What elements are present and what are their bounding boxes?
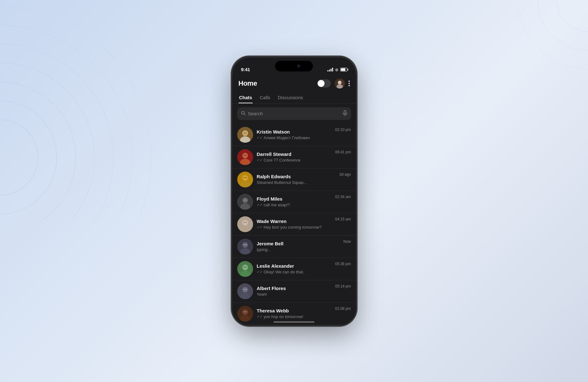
avatar-image: [237, 127, 253, 143]
chat-time: 3d ago: [339, 172, 351, 177]
svg-rect-14: [344, 111, 346, 114]
more-options-button[interactable]: [349, 81, 350, 86]
avatar-image: [237, 261, 253, 277]
chat-preview: ✓✓ call me asap!?: [257, 202, 331, 207]
chat-info: Albert Flores Yeah!: [257, 286, 331, 297]
svg-point-30: [245, 177, 246, 178]
svg-point-1: [0, 101, 57, 214]
svg-point-49: [244, 266, 245, 267]
chat-item[interactable]: Marvin McKinney Sir! I really apologise …: [232, 325, 356, 325]
status-icons: ⊛: [327, 67, 347, 72]
chat-info: Darrell Steward ✓✓ Core 77 Conference: [257, 151, 331, 162]
svg-point-44: [244, 244, 245, 245]
svg-point-10: [338, 81, 342, 84]
svg-point-55: [245, 289, 246, 290]
home-indicator: [274, 321, 314, 323]
read-checkmark: ✓✓: [257, 203, 262, 207]
phone-frame: 9:41 ⊛ Home: [232, 57, 356, 325]
read-checkmark: ✓✓: [257, 225, 262, 229]
svg-point-19: [243, 131, 248, 136]
chat-item[interactable]: Jerome Bell typing... Now: [232, 236, 356, 258]
chat-info: Jerome Bell typing...: [257, 241, 340, 252]
chat-time: 05:36 pm: [335, 262, 351, 266]
svg-point-23: [242, 153, 248, 158]
svg-point-33: [242, 197, 248, 203]
avatar: [237, 127, 253, 143]
search-input[interactable]: Search: [248, 111, 340, 116]
svg-point-50: [245, 266, 246, 267]
chat-item[interactable]: Leslie Alexander ✓✓ Okay! We can do that…: [232, 258, 356, 280]
chat-time: Now: [343, 239, 351, 244]
wifi-icon: ⊛: [335, 67, 338, 72]
avatar: [237, 216, 253, 232]
chat-item[interactable]: Darrell Steward ✓✓ Core 77 Conference 06…: [232, 146, 356, 168]
svg-point-6: [0, 6, 151, 220]
background-arcs-right: [493, 0, 588, 126]
svg-point-25: [245, 155, 246, 156]
chat-name: Wade Warren: [257, 219, 331, 224]
app-content: Home Chat: [232, 75, 356, 325]
avatar: [237, 306, 253, 322]
chat-item[interactable]: Albert Flores Yeah! 05:14 pm: [232, 280, 356, 303]
svg-point-60: [245, 311, 246, 312]
read-checkmark: ✓✓: [257, 270, 262, 274]
svg-point-24: [244, 155, 245, 156]
chat-time: 01:08 pm: [335, 306, 351, 311]
status-time: 9:41: [241, 67, 250, 72]
avatar: [237, 172, 253, 187]
avatar: [237, 283, 253, 299]
search-icon: [241, 111, 245, 116]
svg-point-53: [242, 287, 248, 293]
chat-preview: ✓✓ Core 77 Conference: [257, 158, 331, 162]
svg-point-20: [244, 132, 245, 133]
chat-name: Floyd Miles: [257, 196, 331, 202]
chat-item[interactable]: Floyd Miles ✓✓ call me asap!? 02:34 am: [232, 191, 356, 213]
camera-dot: [297, 65, 300, 68]
chat-item[interactable]: Ralph Edwards Steamed Butternut Squas...…: [232, 168, 356, 191]
chat-list: Kristin Watson ✓✓ Алиев Модест Глебович …: [232, 124, 356, 325]
svg-point-29: [244, 177, 245, 178]
chat-preview: typing...: [257, 247, 340, 252]
svg-point-58: [242, 309, 248, 315]
chat-time: 02:10 pm: [335, 128, 351, 132]
chat-info: Theresa Webb ✓✓ yoo hop on tomorrow!: [257, 308, 331, 319]
microphone-icon[interactable]: [343, 110, 347, 117]
chat-name: Theresa Webb: [257, 308, 331, 313]
page-title: Home: [239, 79, 257, 88]
chat-preview: ✓✓ Okay! We can do that.: [257, 270, 331, 274]
avatar: [237, 194, 253, 210]
svg-point-7: [556, 0, 588, 31]
chat-info: Floyd Miles ✓✓ call me asap!?: [257, 196, 331, 207]
tab-calls[interactable]: Calls: [259, 92, 271, 103]
svg-point-48: [242, 265, 248, 270]
user-avatar[interactable]: [335, 78, 345, 88]
chat-item[interactable]: Wade Warren ✓✓ Hey bro! you coming tomor…: [232, 213, 356, 236]
avatar-image: [237, 306, 253, 322]
battery-icon: [340, 68, 347, 71]
avatar-image: [238, 194, 253, 210]
chat-preview: ✓✓ Hey bro! you coming tomorrow?: [257, 225, 331, 230]
theme-toggle[interactable]: [317, 79, 331, 88]
chat-time: 06:41 pm: [335, 150, 351, 154]
chat-info: Leslie Alexander ✓✓ Okay! We can do that…: [257, 263, 331, 274]
header: Home: [232, 75, 356, 91]
svg-point-40: [245, 222, 246, 223]
tab-chats[interactable]: Chats: [239, 92, 253, 103]
chat-item[interactable]: Kristin Watson ✓✓ Алиев Модест Глебович …: [232, 124, 356, 146]
svg-point-35: [245, 199, 246, 200]
svg-point-28: [242, 175, 248, 181]
tab-discussions[interactable]: Discussions: [277, 92, 304, 103]
svg-point-34: [244, 199, 245, 200]
svg-point-21: [245, 132, 246, 133]
svg-point-3: [0, 63, 95, 220]
read-checkmark: ✓✓: [257, 315, 262, 319]
svg-point-5: [0, 25, 132, 220]
chat-name: Albert Flores: [257, 286, 331, 291]
background-arcs-left: [0, 0, 158, 220]
svg-point-2: [0, 82, 76, 220]
search-bar[interactable]: Search: [237, 107, 351, 120]
read-checkmark: ✓✓: [257, 158, 262, 162]
chat-name: Darrell Steward: [257, 151, 331, 157]
chat-time: 05:14 pm: [335, 284, 351, 288]
chat-time: 04:15 am: [335, 217, 351, 221]
